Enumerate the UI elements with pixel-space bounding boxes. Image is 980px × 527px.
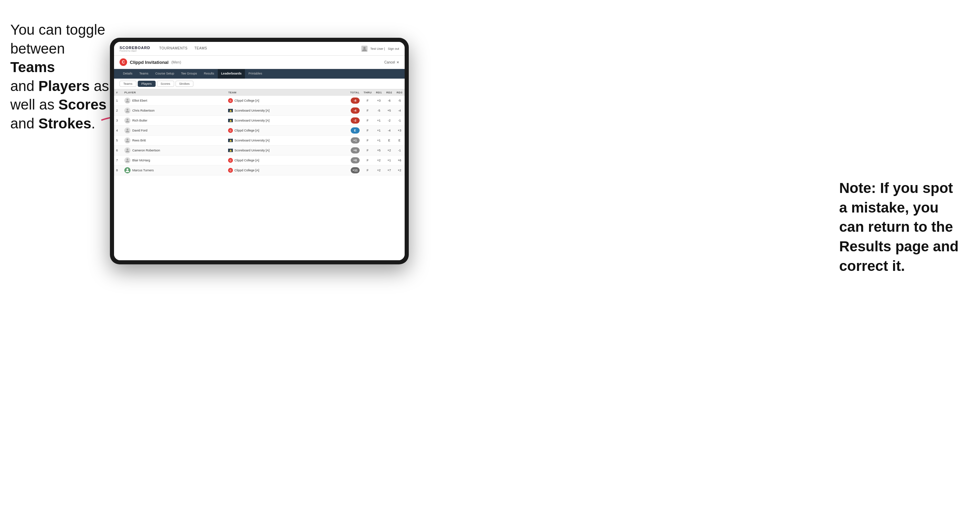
tablet-screen: SCOREBOARD Powered by clippd TOURNAMENTS… [114,42,405,260]
player-name: Marcus Turners [132,168,154,172]
svg-point-6 [126,129,128,130]
rd1-cell: +5 [374,146,384,156]
total-cell: +1 [345,136,362,146]
rd3-cell: +3 [395,125,405,136]
svg-point-3 [126,99,128,101]
col-rd1: RD1 [374,89,384,96]
rank-cell: 5 [114,136,122,146]
rd3-cell: +6 [395,156,405,165]
team-logo [228,118,233,123]
rank-cell: 6 [114,146,122,156]
player-cell: Cameron Robertson [122,146,226,156]
svg-point-4 [126,109,128,111]
table-row: 5 Rees Britt Scoreboard University [A] [114,136,405,146]
player-avatar [124,137,130,143]
clippd-logo: C [119,58,127,66]
tab-course-setup[interactable]: Course Setup [152,69,178,79]
col-team: TEAM [226,89,344,96]
rd3-cell: -5 [395,96,405,106]
thru-cell: F [362,106,374,116]
tab-details[interactable]: Details [119,69,136,79]
player-avatar [124,157,130,163]
total-badge: E [351,127,360,133]
rank-cell: 7 [114,156,122,165]
left-annotation: You can toggle between Teams and Players… [10,21,110,133]
nav-tournaments[interactable]: TOURNAMENTS [156,42,191,56]
total-cell: -8 [345,96,362,106]
tab-tee-groups[interactable]: Tee Groups [178,69,200,79]
player-name: Rees Britt [132,139,146,142]
thru-cell: F [362,116,374,125]
svg-point-5 [126,119,128,121]
nav-teams[interactable]: TEAMS [191,42,210,56]
col-rd2: RD2 [384,89,395,96]
rd2-cell: +1 [384,156,395,165]
rd2-cell: E [384,136,395,146]
svg-point-9 [126,159,128,160]
svg-point-10 [126,168,128,170]
total-badge: -2 [351,117,360,124]
rd2-cell: +2 [384,146,395,156]
tab-printables[interactable]: Printables [245,69,266,79]
user-avatar [361,46,368,52]
team-cell: C Clippd College [A] [226,156,344,165]
total-badge: +8 [351,157,360,163]
player-cell: Blair McHarg [122,156,226,165]
table-row: 3 Rich Butler Scoreboard University [A] [114,116,405,125]
team-name: Scoreboard University [A] [234,119,269,122]
col-rd3: RD3 [395,89,405,96]
rd1-cell: +2 [374,165,384,175]
thru-cell: F [362,96,374,106]
tab-teams[interactable]: Teams [136,69,152,79]
table-row: 7 Blair McHarg C Clippd College [A] +8 [114,156,405,165]
table-row: 2 Chris Robertson Scoreboard University … [114,106,405,116]
player-avatar [124,117,130,124]
table-row: 1 Elliot Ebert C Clippd College [A] -8 [114,96,405,106]
svg-point-7 [126,139,128,140]
tournament-name: Clippd Invitational [130,60,169,65]
table-header-row: # PLAYER TEAM TOTAL THRU RD1 RD2 RD3 [114,89,405,96]
table-row: 6 Cameron Robertson Scoreboard Universit… [114,146,405,156]
tab-leaderboards[interactable]: Leaderboards [218,69,245,79]
toggle-players[interactable]: Players [138,81,156,87]
player-name: Elliot Ebert [132,99,147,102]
total-badge: -4 [351,108,360,114]
player-name: Rich Butler [132,119,147,122]
rd3-cell: E [395,136,405,146]
total-cell: +6 [345,146,362,156]
player-name: Cameron Robertson [132,149,160,152]
toggle-strokes[interactable]: Strokes [175,81,194,87]
col-rank: # [114,89,122,96]
rank-cell: 1 [114,96,122,106]
sign-out-link[interactable]: Sign out [388,47,399,51]
col-total: TOTAL [345,89,362,96]
total-badge: -8 [351,97,360,104]
rd2-cell: -2 [384,116,395,125]
cancel-button[interactable]: Cancel ✕ [384,60,399,64]
top-nav-right: Test User | Sign out [361,46,399,52]
rd1-cell: +1 [374,136,384,146]
players-table: # PLAYER TEAM TOTAL THRU RD1 RD2 RD3 1 [114,89,405,175]
top-nav-links: TOURNAMENTS TEAMS [156,42,361,56]
thru-cell: F [362,125,374,136]
tablet-device: SCOREBOARD Powered by clippd TOURNAMENTS… [110,38,409,264]
toggle-scores[interactable]: Scores [157,81,174,87]
rd3-cell: -1 [395,116,405,125]
toggle-teams[interactable]: Teams [119,81,136,87]
team-name: Clippd College [A] [234,168,259,172]
rank-cell: 8 [114,165,122,175]
player-name: David Ford [132,129,147,132]
leaderboard-table: # PLAYER TEAM TOTAL THRU RD1 RD2 RD3 1 [114,89,405,260]
team-cell: C Clippd College [A] [226,125,344,136]
player-cell: Rees Britt [122,136,226,146]
team-cell: C Clippd College [A] [226,96,344,106]
rd1-cell: +3 [374,96,384,106]
total-badge: +11 [351,167,360,173]
team-name: Scoreboard University [A] [234,149,269,152]
col-thru: THRU [362,89,374,96]
total-badge: +1 [351,137,360,143]
player-avatar [124,97,130,104]
tab-results[interactable]: Results [200,69,218,79]
top-nav: SCOREBOARD Powered by clippd TOURNAMENTS… [114,42,405,56]
total-cell: +8 [345,156,362,165]
